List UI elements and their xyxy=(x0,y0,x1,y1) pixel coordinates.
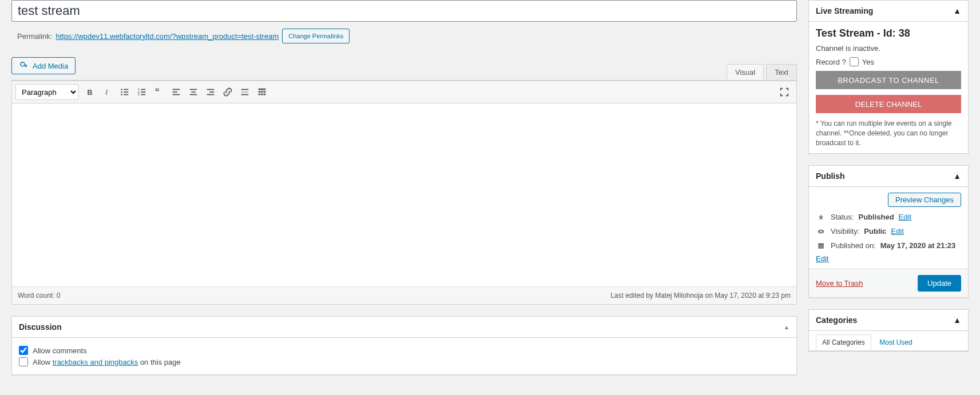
tab-all-categories[interactable]: All Categories xyxy=(816,334,871,350)
bullet-list-button[interactable] xyxy=(116,83,133,101)
pin-icon xyxy=(816,213,826,221)
svg-rect-24 xyxy=(207,94,215,95)
svg-point-3 xyxy=(121,89,122,90)
svg-rect-12 xyxy=(141,91,145,93)
bold-button[interactable]: B xyxy=(82,83,99,101)
channel-note: * You can run multiple live events on a … xyxy=(816,119,961,147)
move-to-trash-link[interactable]: Move to Trash xyxy=(816,279,863,288)
add-media-button[interactable]: Add Media xyxy=(11,57,76,74)
publish-title: Publish xyxy=(816,171,845,181)
svg-point-36 xyxy=(820,230,822,232)
svg-text:“: “ xyxy=(155,87,160,97)
discussion-panel-toggle[interactable]: Discussion ▲ xyxy=(12,317,796,338)
discussion-title: Discussion xyxy=(19,322,62,332)
svg-rect-22 xyxy=(207,89,215,90)
numbered-list-button[interactable]: 123 xyxy=(133,83,150,101)
readmore-button[interactable] xyxy=(236,83,253,101)
categories-title: Categories xyxy=(816,316,857,325)
svg-rect-14 xyxy=(141,94,145,95)
blockquote-button[interactable]: “ xyxy=(150,83,168,101)
tab-most-used[interactable]: Most Used xyxy=(873,334,918,350)
live-streaming-title: Live Streaming xyxy=(816,6,873,15)
svg-rect-29 xyxy=(259,91,261,93)
post-title-input[interactable] xyxy=(11,0,797,22)
media-icon xyxy=(19,61,29,71)
change-permalinks-button[interactable]: Change Permalinks xyxy=(282,29,350,43)
link-button[interactable] xyxy=(219,83,236,101)
permalink-label: Permalink: xyxy=(17,32,52,41)
align-left-button[interactable] xyxy=(168,83,185,101)
record-yes-label: Yes xyxy=(862,58,874,66)
record-checkbox[interactable] xyxy=(850,57,859,66)
edit-status-link[interactable]: Edit xyxy=(899,213,911,221)
allow-trackbacks-label: Allow trackbacks and pingbacks on this p… xyxy=(33,358,181,366)
chevron-up-icon: ▲ xyxy=(953,6,961,15)
svg-text:B: B xyxy=(88,89,93,97)
permalink-url[interactable]: https://wpdev11.webfactoryltd.com/?wpstr… xyxy=(55,32,279,41)
svg-text:I: I xyxy=(105,89,108,97)
svg-rect-23 xyxy=(209,91,214,93)
svg-point-5 xyxy=(121,91,122,93)
paragraph-select[interactable]: Paragraph xyxy=(15,84,78,100)
svg-rect-27 xyxy=(241,94,249,95)
broadcast-button[interactable]: BROADCAST TO CHANNEL xyxy=(816,71,961,89)
permalink-row: Permalink: https://wpdev11.webfactoryltd… xyxy=(11,25,797,47)
edit-visibility-link[interactable]: Edit xyxy=(891,227,903,236)
channel-status: Channel is inactive. xyxy=(816,44,961,53)
svg-rect-4 xyxy=(124,89,128,90)
update-button[interactable]: Update xyxy=(918,275,961,292)
svg-rect-20 xyxy=(191,91,195,93)
content-editor[interactable] xyxy=(12,103,796,286)
published-value: May 17, 2020 at 21:23 xyxy=(880,241,956,250)
published-label: Published on: xyxy=(831,241,876,250)
add-media-label: Add Media xyxy=(33,62,68,70)
delete-channel-button[interactable]: DELETE CHANNEL xyxy=(816,95,961,113)
svg-rect-34 xyxy=(264,94,266,95)
visibility-value: Public xyxy=(864,227,886,236)
align-center-button[interactable] xyxy=(185,83,202,101)
svg-rect-28 xyxy=(259,89,266,90)
svg-rect-21 xyxy=(190,94,197,95)
svg-rect-6 xyxy=(124,91,128,93)
fullscreen-button[interactable] xyxy=(776,83,793,101)
svg-rect-10 xyxy=(141,89,145,90)
chevron-up-icon: ▲ xyxy=(953,316,961,325)
categories-panel-toggle[interactable]: Categories ▲ xyxy=(809,310,968,331)
tab-text[interactable]: Text xyxy=(766,64,797,80)
svg-point-0 xyxy=(21,62,25,66)
preview-changes-button[interactable]: Preview Changes xyxy=(888,193,961,207)
svg-rect-30 xyxy=(261,91,263,93)
last-edited: Last edited by Matej Milohnoja on May 17… xyxy=(610,292,791,300)
trackbacks-link[interactable]: trackbacks and pingbacks xyxy=(53,358,138,366)
allow-comments-label: Allow comments xyxy=(33,346,87,355)
stream-title: Test Stream - Id: 38 xyxy=(816,27,961,39)
svg-rect-38 xyxy=(818,244,824,245)
svg-rect-16 xyxy=(173,89,180,90)
svg-rect-8 xyxy=(124,94,128,95)
align-right-button[interactable] xyxy=(202,83,219,101)
status-label: Status: xyxy=(831,213,854,221)
svg-rect-18 xyxy=(173,94,180,95)
tab-visual[interactable]: Visual xyxy=(727,64,764,80)
word-count: Word count: 0 xyxy=(18,292,61,300)
record-label: Record ? xyxy=(816,58,846,66)
svg-rect-33 xyxy=(261,94,263,95)
svg-rect-17 xyxy=(173,91,177,93)
edit-date-link[interactable]: Edit xyxy=(816,254,961,263)
allow-comments-checkbox[interactable] xyxy=(19,346,28,355)
status-value: Published xyxy=(858,213,894,221)
eye-icon xyxy=(816,228,826,236)
chevron-up-icon: ▲ xyxy=(784,324,789,330)
svg-rect-32 xyxy=(259,94,261,95)
chevron-up-icon: ▲ xyxy=(953,171,961,181)
svg-rect-19 xyxy=(190,89,197,90)
svg-rect-31 xyxy=(264,91,266,93)
publish-panel-toggle[interactable]: Publish ▲ xyxy=(809,166,968,187)
svg-text:3: 3 xyxy=(138,93,140,96)
toolbar-toggle-button[interactable] xyxy=(253,83,271,101)
allow-trackbacks-checkbox[interactable] xyxy=(19,357,28,366)
svg-rect-26 xyxy=(241,91,249,93)
live-streaming-panel-toggle[interactable]: Live Streaming ▲ xyxy=(809,1,968,22)
svg-point-7 xyxy=(121,94,122,95)
italic-button[interactable]: I xyxy=(99,83,116,101)
